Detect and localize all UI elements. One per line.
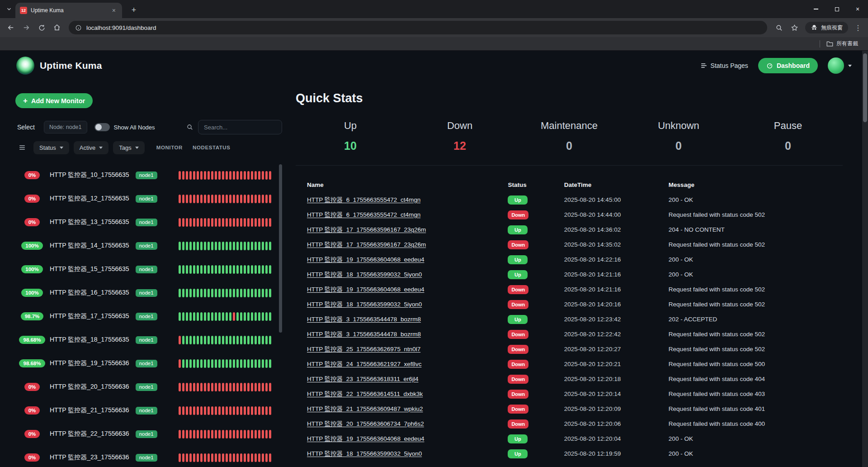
node-filter-chip[interactable]: Node: node1 xyxy=(44,121,87,133)
beat xyxy=(197,171,199,180)
add-monitor-button[interactable]: + Add New Monitor xyxy=(15,93,93,108)
beat xyxy=(179,312,181,321)
beat xyxy=(240,383,242,391)
monitor-list-item[interactable]: 100% HTTP 監控器_14_17556635 node1 xyxy=(15,234,282,257)
search-input[interactable] xyxy=(198,120,282,134)
beat xyxy=(193,383,195,391)
status-filter-dropdown[interactable]: Status xyxy=(33,141,69,154)
table-row: HTTP 監控器_21_1755663609487_wpkiu2 Down 20… xyxy=(307,401,843,416)
beat xyxy=(269,242,271,250)
reload-button[interactable] xyxy=(34,20,49,35)
monitor-list-item[interactable]: 0% HTTP 監控器_23_17556636 node1 xyxy=(15,446,282,467)
monitor-list-item[interactable]: 98.7% HTTP 監控器_17_17556635 node1 xyxy=(15,305,282,328)
monitor-link[interactable]: HTTP 監控器_6_1755663555472_ct4mgn xyxy=(307,211,420,218)
close-window-button[interactable]: × xyxy=(847,0,868,18)
monitor-list-item[interactable]: 98.68% HTTP 監控器_19_17556636 node1 xyxy=(15,352,282,375)
events-table-body: HTTP 監控器_6_1755663555472_ct4mgn Up 2025-… xyxy=(307,192,843,461)
list-layout-button[interactable] xyxy=(15,141,29,154)
beat xyxy=(215,453,217,462)
tab-close-icon[interactable]: × xyxy=(110,6,118,14)
beat xyxy=(186,336,188,344)
beat xyxy=(204,195,206,203)
monitor-link[interactable]: HTTP 監控器_17_1755663596167_23q26m xyxy=(307,226,426,233)
monitor-link[interactable]: HTTP 監控器_20_1755663606734_7ph6s2 xyxy=(307,420,424,427)
monitor-list-item[interactable]: 0% HTTP 監控器_10_17556635 node1 xyxy=(15,163,282,187)
beat xyxy=(251,453,253,462)
beat xyxy=(247,406,250,415)
monitor-link[interactable]: HTTP 監控器_17_1755663596167_23q26m xyxy=(307,241,426,248)
tab-nodestatus[interactable]: NODESTATUS xyxy=(193,145,231,150)
status-pages-link[interactable]: Status Pages xyxy=(700,62,748,69)
monitor-link[interactable]: HTTP 監控器_19_1755663604068_eedeu4 xyxy=(307,256,424,263)
beat xyxy=(218,242,221,250)
table-row: HTTP 監控器_19_1755663604068_eedeu4 Up 2025… xyxy=(307,252,843,267)
monitor-list-item[interactable]: 0% HTTP 監控器_12_17556635 node1 xyxy=(15,187,282,210)
monitor-link[interactable]: HTTP 監控器_19_1755663604068_eedeu4 xyxy=(307,286,424,293)
monitor-list-item[interactable]: 100% HTTP 監控器_15_17556635 node1 xyxy=(15,257,282,281)
monitor-link[interactable]: HTTP 監控器_23_1755663618311_er6jl4 xyxy=(307,376,418,382)
beat xyxy=(236,218,239,227)
beat xyxy=(200,218,203,227)
profile-menu[interactable] xyxy=(828,57,852,74)
dashboard-button[interactable]: Dashboard xyxy=(758,58,818,73)
monitor-name: HTTP 監控器_18_17556635 xyxy=(50,336,129,344)
page-scrollbar-thumb[interactable] xyxy=(863,53,867,122)
monitor-link[interactable]: HTTP 監控器_18_1755663599032_5iyon0 xyxy=(307,271,422,278)
monitor-list-item[interactable]: 0% HTTP 監控器_20_17556636 node1 xyxy=(15,375,282,399)
beat xyxy=(186,218,188,227)
zoom-indicator-icon[interactable] xyxy=(772,20,786,35)
monitor-link[interactable]: HTTP 監控器_21_1755663609487_wpkiu2 xyxy=(307,405,423,412)
monitor-list-item[interactable]: 0% HTTP 監控器_13_17556635 node1 xyxy=(15,210,282,234)
uptime-badge-slot: 0% xyxy=(19,453,45,462)
beat xyxy=(179,218,181,227)
home-button[interactable] xyxy=(50,20,64,35)
active-filter-dropdown[interactable]: Active xyxy=(74,141,108,154)
node-tag: node1 xyxy=(136,242,157,250)
beat xyxy=(193,195,195,203)
new-tab-button[interactable]: + xyxy=(127,4,140,16)
address-bar[interactable]: localhost:9091/dashboard xyxy=(69,21,767,34)
tab-search-chevron-icon[interactable] xyxy=(3,3,15,15)
beat xyxy=(182,289,184,297)
site-info-icon[interactable] xyxy=(75,24,82,31)
bookmark-star-icon[interactable] xyxy=(787,20,802,35)
monitor-list-item[interactable]: 100% HTTP 監控器_16_17556635 node1 xyxy=(15,281,282,305)
tags-filter-dropdown[interactable]: Tags xyxy=(113,141,144,154)
monitor-link[interactable]: HTTP 監控器_6_1755663555472_ct4mgn xyxy=(307,196,420,203)
monitor-list-item[interactable]: 0% HTTP 監控器_22_17556636 node1 xyxy=(15,422,282,446)
monitor-link[interactable]: HTTP 監控器_18_1755663599032_5iyon0 xyxy=(307,450,422,457)
monitor-link[interactable]: HTTP 監控器_3_1755663544478_bozrm8 xyxy=(307,316,421,323)
maximize-button[interactable] xyxy=(826,0,847,18)
monitor-list-item[interactable]: 98.68% HTTP 監控器_18_17556635 node1 xyxy=(15,328,282,352)
back-button[interactable] xyxy=(4,20,18,35)
show-all-nodes-toggle[interactable] xyxy=(94,123,110,131)
monitor-link[interactable]: HTTP 監控器_25_1755663626975_ntn0l7 xyxy=(307,346,420,353)
monitor-link[interactable]: HTTP 監控器_19_1755663604068_eedeu4 xyxy=(307,435,424,442)
event-datetime: 2025-08-20 12:20:14 xyxy=(564,386,669,401)
beat xyxy=(218,383,221,391)
event-message: Request failed with status code 502 xyxy=(669,237,843,252)
col-datetime: DateTime xyxy=(564,177,669,192)
monitor-link[interactable]: HTTP 監控器_3_1755663544478_bozrm8 xyxy=(307,331,421,338)
browser-menu-icon[interactable]: ⋮ xyxy=(852,21,864,34)
monitor-link[interactable]: HTTP 監控器_18_1755663599032_5iyon0 xyxy=(307,301,422,308)
sidebar-scrollbar-thumb[interactable] xyxy=(279,164,282,333)
uptime-badge: 100% xyxy=(21,289,42,297)
beat xyxy=(193,406,195,415)
beat xyxy=(269,453,271,462)
tab-monitor[interactable]: MONITOR xyxy=(156,145,183,150)
browser-tab[interactable]: 12 Uptime Kuma × xyxy=(15,3,122,18)
page-scrollbar-track[interactable] xyxy=(862,51,868,467)
monitor-list-item[interactable]: 0% HTTP 監控器_21_17556636 node1 xyxy=(15,399,282,422)
beat xyxy=(247,195,250,203)
minimize-button[interactable] xyxy=(806,0,826,18)
col-message: Message xyxy=(669,177,843,192)
select-button[interactable]: Select xyxy=(15,121,37,133)
brand[interactable]: Uptime Kuma xyxy=(16,57,102,75)
monitor-link[interactable]: HTTP 監控器_22_1755663614511_dxbk3k xyxy=(307,391,423,397)
forward-button[interactable] xyxy=(19,20,33,35)
all-bookmarks-button[interactable]: 所有書籤 xyxy=(826,40,858,48)
beat xyxy=(222,312,224,321)
monitor-link[interactable]: HTTP 監控器_24_1755663621927_xef8vc xyxy=(307,361,421,367)
beat xyxy=(222,453,224,462)
